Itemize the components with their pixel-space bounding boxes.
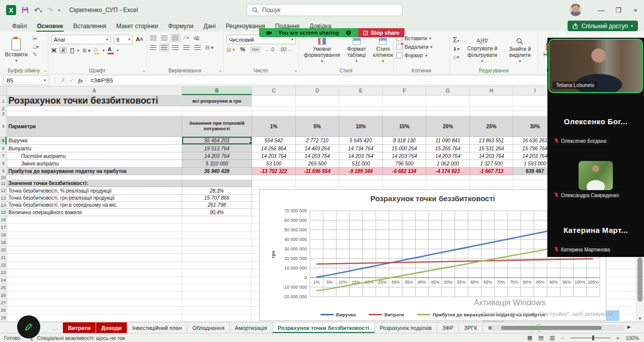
sheet-tab-ЗРГК[interactable]: ЗРГК — [459, 322, 482, 333]
cell-r10c2[interactable] — [182, 175, 253, 180]
cell-r18c2[interactable] — [182, 231, 253, 239]
cell-r16c1[interactable] — [7, 216, 182, 224]
cell-r15c2[interactable]: 90,4% — [182, 209, 253, 216]
cell-r9c3[interactable]: -13 702 322 — [252, 167, 296, 175]
cell-r4c3[interactable]: 1% — [252, 116, 296, 137]
column-header-D[interactable]: D — [296, 87, 340, 95]
cell-r9c2[interactable]: 35 940 439 — [182, 167, 253, 175]
cell-r2c8[interactable] — [470, 107, 514, 111]
cell-r11c2[interactable] — [182, 180, 253, 187]
bold-button[interactable]: Ж — [51, 47, 56, 53]
qat-customize-icon[interactable]: ▾ — [58, 8, 60, 13]
horizontal-scrollbar-thumb[interactable] — [501, 326, 602, 330]
row-header-8[interactable]: 8 — [0, 160, 7, 167]
cell-r7c1[interactable]: Постійні витрати — [7, 152, 182, 160]
cell-r21c2[interactable] — [182, 254, 253, 262]
participant-tile-1[interactable]: Tetiana Lobunets — [547, 38, 644, 94]
cell-r1c6[interactable] — [383, 96, 427, 107]
cell-r25c1[interactable] — [7, 284, 182, 292]
cell-r2c2[interactable] — [182, 107, 253, 111]
cell-r26c2[interactable] — [182, 292, 253, 299]
decrease-decimal-icon[interactable]: .00→ — [279, 47, 291, 52]
cell-r6c2[interactable]: 19 513 764 — [182, 145, 253, 152]
cell-r6c4[interactable]: 14 469 264 — [296, 145, 340, 152]
cell-r3c7[interactable] — [426, 111, 470, 116]
row-header-7[interactable]: 7 — [0, 152, 7, 160]
cell-r6c8[interactable]: 15 531 264 — [470, 145, 514, 152]
row-header-25[interactable]: 25 — [0, 284, 7, 292]
cell-r9c1[interactable]: Прибуток до вирахування податку на прибу… — [7, 167, 182, 175]
cell-r2c5[interactable] — [339, 107, 383, 111]
cell-r7c6[interactable]: 14 203 764 — [383, 152, 427, 160]
sheet-tab-Інвестиційний-план[interactable]: Інвестиційний план — [127, 322, 188, 333]
sheet-tab-Амортизація[interactable]: Амортизація — [230, 322, 273, 333]
cell-r8c5[interactable]: 531 000 — [339, 160, 383, 167]
cell-r9c6[interactable]: -6 682 134 — [383, 167, 427, 175]
cell-r9c8[interactable]: -1 667 713 — [470, 167, 514, 175]
cell-r3c1[interactable] — [7, 111, 182, 116]
cell-r3c2[interactable] — [182, 111, 253, 116]
cell-r4c8[interactable]: 25% — [470, 116, 514, 137]
cell-r4c4[interactable]: 5% — [296, 116, 340, 137]
name-box[interactable]: B5▾ — [3, 75, 49, 85]
cell-r3c5[interactable] — [339, 111, 383, 116]
format-as-table-button[interactable]: Формат таблиці▾ — [345, 35, 368, 66]
minimize-button[interactable]: — — [593, 0, 610, 20]
paste-button[interactable]: Вставити▾ — [3, 35, 30, 66]
zoom-level[interactable]: 100% — [625, 335, 639, 341]
row-header-4[interactable]: 4 — [0, 116, 7, 137]
cell-r16c2[interactable] — [182, 216, 253, 224]
wrap-text-icon[interactable]: ab̲ — [194, 35, 199, 41]
cell-r21c1[interactable] — [7, 254, 182, 262]
find-select-button[interactable]: Знайти й виділити▾ — [505, 35, 535, 66]
scroll-down-icon[interactable]: ▼ — [636, 316, 643, 321]
share-workbook-button[interactable]: Спільний доступ ▾ — [568, 21, 638, 31]
row-header-11[interactable]: 11 — [0, 180, 7, 187]
cell-r11c6[interactable] — [383, 180, 427, 187]
horizontal-scrollbar[interactable] — [492, 325, 625, 331]
close-button[interactable]: × — [627, 0, 644, 20]
cell-r28c2[interactable] — [182, 307, 253, 314]
column-header-A[interactable]: A — [7, 87, 182, 95]
annotation-pencil-button[interactable] — [17, 315, 40, 338]
cell-r7c8[interactable]: 14 203 764 — [470, 152, 514, 160]
cell-r8c8[interactable]: 1 327 500 — [470, 160, 514, 167]
sheet-tab-Доходи[interactable]: Доходи — [96, 322, 127, 333]
cell-r8c6[interactable]: 796 500 — [383, 160, 427, 167]
align-top-icon[interactable] — [150, 36, 156, 40]
cell-r8c1[interactable]: Змінні витрати — [7, 160, 182, 167]
cell-r10c1[interactable] — [7, 175, 182, 180]
vertical-scrollbar[interactable]: ▼ — [636, 256, 643, 322]
zoom-in-icon[interactable]: + — [616, 335, 619, 341]
row-header-3[interactable]: 3 — [0, 111, 7, 116]
row-header-29[interactable]: 29 — [0, 314, 7, 322]
align-right-icon[interactable] — [172, 45, 179, 50]
cell-r28c1[interactable] — [7, 307, 182, 314]
select-all-corner[interactable] — [0, 87, 7, 95]
cancel-entry-icon[interactable]: ✗ — [61, 77, 65, 83]
redo-button[interactable]: ↷ — [47, 7, 53, 14]
cell-r4c2[interactable]: Значення при плановій потужності — [182, 116, 253, 137]
cell-r5c4[interactable]: 2 772 710 — [296, 137, 340, 145]
copy-icon[interactable]: ❏▾ — [33, 44, 39, 49]
cell-r4c7[interactable]: 20% — [426, 116, 470, 137]
cell-r6c5[interactable]: 14 734 764 — [339, 145, 383, 152]
column-header-C[interactable]: C — [252, 87, 296, 95]
cell-r17c2[interactable] — [182, 224, 253, 231]
cell-r2c6[interactable] — [383, 107, 427, 111]
cell-r23c2[interactable] — [182, 269, 253, 277]
participant-tile-2[interactable]: Олексенко Бог...Олексенко Богдана — [547, 94, 644, 148]
vertical-scrollbar-thumb[interactable] — [637, 258, 642, 302]
sheet-tab-Розрахунок-податків[interactable]: Розрахунок податків — [375, 322, 437, 333]
cell-r1c4[interactable] — [296, 96, 340, 107]
underline-button[interactable]: П — [70, 47, 74, 53]
format-painter-icon[interactable]: ✎ — [33, 51, 39, 58]
menu-tab-Формули[interactable]: Формули — [163, 21, 198, 31]
cell-r8c4[interactable]: 265 500 — [296, 160, 340, 167]
column-header-G[interactable]: G — [426, 87, 470, 95]
cell-r11c4[interactable] — [296, 180, 340, 187]
cell-r14c1[interactable]: Точка беззбитковості, грн в середньому н… — [7, 202, 182, 209]
normal-view-icon[interactable]: ▦ — [527, 334, 532, 341]
cell-r8c2[interactable]: 5 310 000 — [182, 160, 253, 167]
cell-r5c8[interactable]: 13 863 551 — [470, 137, 514, 145]
